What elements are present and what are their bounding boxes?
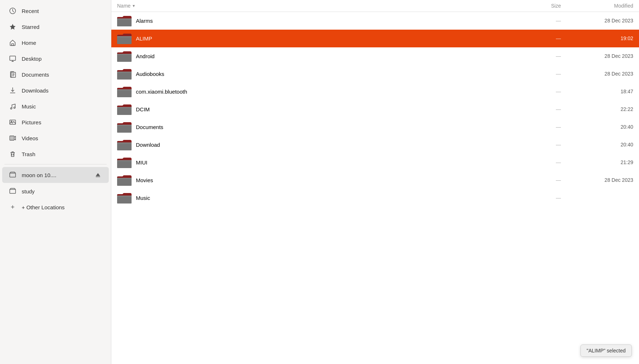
table-row[interactable]: Alarms—28 Dec 2023	[111, 12, 639, 30]
table-row[interactable]: Music—	[111, 189, 639, 207]
sidebar-item-study[interactable]: study	[2, 184, 109, 199]
sidebar-item-recent-label: Recent	[22, 8, 39, 14]
modified-column-label: Modified	[614, 3, 633, 9]
sidebar-item-other-locations[interactable]: + + Other Locations	[2, 200, 109, 215]
folder-icon	[117, 85, 132, 98]
svg-rect-41	[117, 72, 132, 80]
file-name-label: Documents	[136, 124, 163, 130]
svg-rect-29	[117, 18, 132, 26]
table-row[interactable]: com.xiaomi.bluetooth—18:47	[111, 83, 639, 100]
file-modified-value: 28 Dec 2023	[561, 18, 633, 23]
table-row[interactable]: Movies—28 Dec 2023	[111, 171, 639, 189]
file-modified-value: 20:40	[561, 142, 633, 147]
file-size-value: —	[518, 71, 561, 77]
sidebar-item-videos[interactable]: Videos	[2, 130, 109, 146]
file-name-label: MIUI	[136, 159, 147, 166]
file-name-label: Download	[136, 142, 160, 148]
sidebar-item-starred-label: Starred	[22, 24, 39, 30]
file-size-value: —	[518, 18, 561, 23]
study-drive-icon	[9, 187, 17, 195]
moon-drive-icon	[9, 171, 17, 179]
svg-rect-33	[117, 36, 132, 44]
file-name-label: Alarms	[136, 18, 153, 24]
sidebar-item-music[interactable]: Music	[2, 99, 109, 114]
sidebar-item-recent[interactable]: Recent	[2, 3, 109, 18]
sidebar-item-documents-label: Documents	[22, 72, 49, 78]
file-name-label: ALIMP	[136, 35, 152, 42]
svg-rect-2	[12, 44, 14, 46]
home-icon	[9, 39, 17, 47]
table-row[interactable]: DCIM—22:22	[111, 100, 639, 118]
column-modified-header[interactable]: Modified	[561, 3, 633, 9]
status-bar: "ALIMP" selected	[580, 344, 632, 357]
file-modified-value: 21:29	[561, 159, 633, 165]
svg-rect-54	[117, 125, 132, 126]
table-row[interactable]: Download—20:40	[111, 136, 639, 154]
svg-rect-69	[117, 196, 132, 204]
sidebar-item-desktop-label: Desktop	[22, 56, 42, 62]
sidebar-item-moon-label: moon on 10....	[22, 172, 56, 178]
column-size-header[interactable]: Size	[518, 3, 561, 9]
sidebar-item-trash-label: Trash	[22, 151, 35, 157]
svg-rect-62	[117, 160, 132, 161]
svg-point-13	[10, 108, 12, 109]
sidebar-item-desktop[interactable]: Desktop	[2, 51, 109, 66]
file-modified-value: 22:22	[561, 106, 633, 112]
table-row[interactable]: Documents—20:40	[111, 118, 639, 136]
file-modified-value: 18:47	[561, 89, 633, 94]
sidebar: Recent Starred Home Desktop	[0, 0, 111, 364]
sidebar-item-trash[interactable]: Trash	[2, 146, 109, 162]
table-row[interactable]: Audiobooks—28 Dec 2023	[111, 65, 639, 83]
svg-rect-23	[10, 173, 16, 177]
file-name-cell: Alarms	[117, 14, 518, 27]
svg-rect-58	[117, 142, 132, 144]
size-column-label: Size	[551, 3, 561, 9]
folder-icon	[117, 14, 132, 27]
folder-icon	[117, 50, 132, 63]
desktop-icon	[9, 55, 17, 63]
file-name-cell: com.xiaomi.bluetooth	[117, 85, 518, 98]
file-name-label: Movies	[136, 177, 153, 183]
file-size-value: —	[518, 124, 561, 130]
svg-rect-70	[117, 196, 132, 197]
file-size-value: —	[518, 195, 561, 201]
table-header: Name ▾ Size Modified	[111, 0, 639, 12]
table-row[interactable]: MIUI—21:29	[111, 154, 639, 171]
svg-rect-34	[117, 36, 132, 37]
music-icon	[9, 102, 17, 110]
svg-point-14	[14, 107, 15, 108]
sidebar-item-other-label: + Other Locations	[22, 204, 65, 210]
file-size-value: —	[518, 35, 561, 41]
folder-icon	[117, 67, 132, 80]
sidebar-item-music-label: Music	[22, 103, 36, 110]
file-size-value: —	[518, 53, 561, 59]
sidebar-item-home[interactable]: Home	[2, 35, 109, 50]
folder-icon	[117, 103, 132, 116]
table-row[interactable]: ALIMP—19:02	[111, 30, 639, 47]
file-modified-value: 19:02	[561, 35, 633, 41]
sidebar-item-downloads[interactable]: Downloads	[2, 83, 109, 98]
sidebar-item-pictures[interactable]: Pictures	[2, 115, 109, 130]
selected-status-text: "ALIMP" selected	[587, 348, 626, 354]
eject-moon-button[interactable]	[94, 171, 102, 179]
table-row[interactable]: Android—28 Dec 2023	[111, 47, 639, 65]
svg-rect-3	[10, 56, 16, 60]
svg-rect-45	[117, 89, 132, 97]
svg-rect-66	[117, 178, 132, 179]
sidebar-item-study-label: study	[22, 188, 35, 194]
file-modified-value: 28 Dec 2023	[561, 177, 633, 183]
svg-rect-37	[117, 54, 132, 62]
sidebar-item-videos-label: Videos	[22, 135, 38, 141]
sidebar-item-moon[interactable]: moon on 10....	[2, 167, 109, 183]
file-list: Alarms—28 Dec 2023 ALIMP—19:02 Android—2…	[111, 12, 639, 364]
sidebar-item-home-label: Home	[22, 40, 36, 46]
sidebar-item-documents[interactable]: Documents	[2, 67, 109, 82]
sidebar-item-starred[interactable]: Starred	[2, 19, 109, 34]
column-name-header[interactable]: Name ▾	[117, 3, 518, 9]
downloads-icon	[9, 86, 17, 94]
file-name-cell: Documents	[117, 120, 518, 133]
svg-rect-49	[117, 107, 132, 115]
file-name-cell: MIUI	[117, 156, 518, 169]
folder-icon	[117, 120, 132, 133]
file-name-cell: DCIM	[117, 103, 518, 116]
